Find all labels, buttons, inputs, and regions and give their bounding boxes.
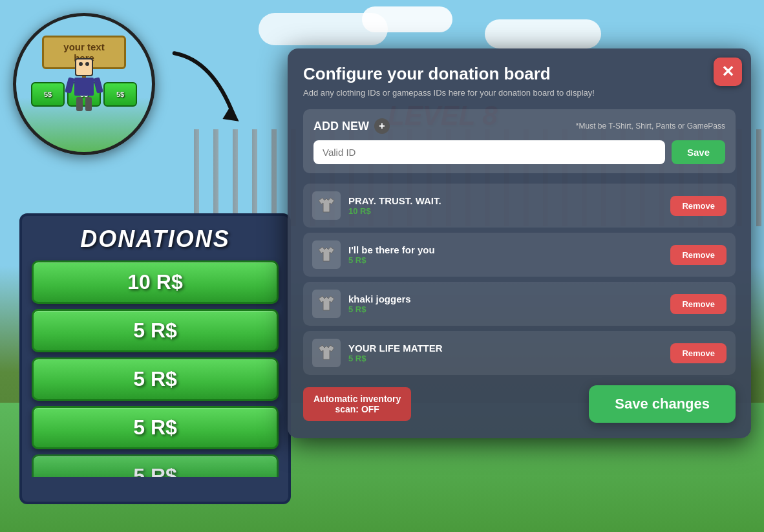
list-item: I'll be there for you 5 R$ Remove [303, 233, 736, 277]
auto-scan-badge: Automatic inventory scan: OFF [303, 387, 411, 421]
add-new-section: ADD NEW + *Must be T-Shirt, Shirt, Pants… [303, 109, 736, 173]
valid-id-input[interactable] [313, 140, 665, 164]
cloud-2 [362, 6, 452, 32]
item-name-4: YOUR LIFE MATTER [348, 343, 663, 354]
item-info-1: PRAY. TRUST. WAIT. 10 R$ [348, 195, 663, 216]
add-new-note: *Must be T-Shirt, Shirt, Pants or GamePa… [576, 122, 725, 131]
preview-btn-3: 5$ [103, 82, 137, 107]
add-new-row: Save [313, 140, 725, 164]
remove-button-2[interactable]: Remove [670, 245, 727, 265]
add-new-label: ADD NEW [313, 120, 369, 133]
item-icon-1 [312, 191, 341, 220]
item-icon-4 [312, 339, 341, 367]
modal-subtitle: Add any clothing IDs or gamepass IDs her… [303, 88, 736, 98]
donation-btn-4[interactable]: 5 R$ [32, 406, 279, 449]
remove-button-3[interactable]: Remove [670, 294, 727, 314]
plus-icon: + [374, 118, 390, 134]
donation-board: DONATIONS 10 R$ 5 R$ 5 R$ 5 R$ 5 R$ [19, 213, 291, 504]
item-info-4: YOUR LIFE MATTER 5 R$ [348, 343, 663, 363]
save-changes-button[interactable]: Save changes [589, 385, 736, 423]
modal-footer: Automatic inventory scan: OFF Save chang… [303, 385, 736, 423]
item-name-1: PRAY. TRUST. WAIT. [348, 195, 663, 206]
item-icon-3 [312, 290, 341, 318]
item-icon-2 [312, 240, 341, 269]
item-name-2: I'll be there for you [348, 244, 663, 255]
item-price-1: 10 R$ [348, 206, 663, 216]
donation-btn-5[interactable]: 5 R$ [32, 454, 279, 487]
donation-btn-2[interactable]: 5 R$ [32, 309, 279, 352]
item-price-3: 5 R$ [348, 304, 663, 314]
add-save-button[interactable]: Save [672, 140, 725, 164]
item-info-3: khaki joggers 5 R$ [348, 293, 663, 314]
item-price-2: 5 R$ [348, 255, 663, 265]
svg-marker-0 [222, 104, 243, 125]
list-item: YOUR LIFE MATTER 5 R$ Remove [303, 331, 736, 375]
donation-btn-3[interactable]: 5 R$ [32, 357, 279, 401]
items-list: PRAY. TRUST. WAIT. 10 R$ Remove I'll be … [303, 184, 736, 375]
list-item: khaki joggers 5 R$ Remove [303, 282, 736, 326]
remove-button-4[interactable]: Remove [670, 343, 727, 363]
donation-btn-1[interactable]: 10 R$ [32, 261, 279, 304]
circle-character [68, 58, 100, 116]
add-new-header: ADD NEW + *Must be T-Shirt, Shirt, Pants… [313, 118, 725, 134]
item-info-2: I'll be there for you 5 R$ [348, 244, 663, 265]
donation-board-title: DONATIONS [32, 226, 279, 253]
list-item: PRAY. TRUST. WAIT. 10 R$ Remove [303, 184, 736, 228]
item-name-3: khaki joggers [348, 293, 663, 304]
configure-modal: ✕ Configure your donation board Add any … [288, 48, 751, 438]
item-price-4: 5 R$ [348, 354, 663, 363]
modal-title: Configure your donation board [303, 64, 703, 84]
remove-button-1[interactable]: Remove [670, 196, 727, 216]
close-button[interactable]: ✕ [714, 58, 742, 86]
cloud-3 [485, 19, 601, 48]
preview-btn-1: 5$ [31, 82, 65, 107]
preview-circle: your text here 5$ 5$ 5$ [13, 13, 155, 155]
